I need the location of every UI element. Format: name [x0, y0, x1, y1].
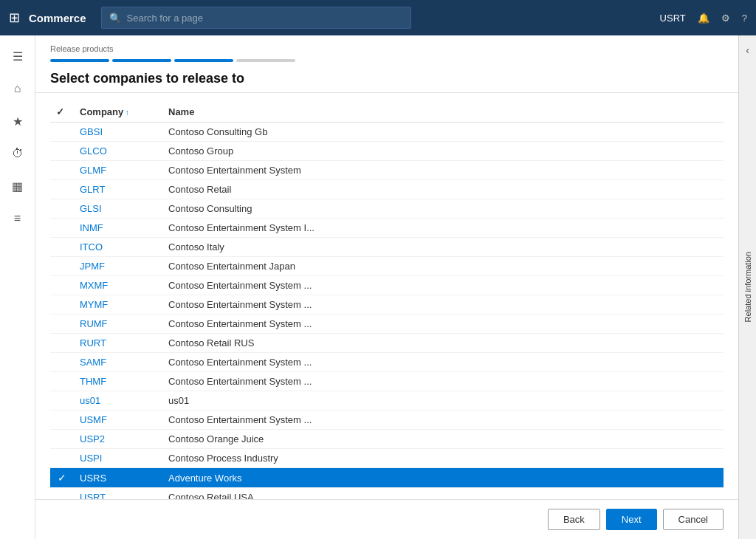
- sidebar-menu-icon[interactable]: ☰: [3, 41, 32, 71]
- main-layout: ☰ ⌂ ★ ⏱ ▦ ≡ Release products Select comp…: [0, 35, 756, 539]
- col-header-company[interactable]: Company: [74, 102, 162, 123]
- back-button[interactable]: Back: [548, 509, 600, 530]
- row-name-cell: Contoso Entertainment Japan: [162, 257, 724, 276]
- row-check-cell[interactable]: [50, 199, 74, 219]
- row-check-cell[interactable]: [50, 295, 74, 315]
- row-company-cell: INMF: [74, 219, 162, 238]
- content-area: Release products Select companies to rel…: [35, 35, 738, 539]
- row-check-cell[interactable]: [50, 276, 74, 295]
- row-company-cell: GLCO: [74, 142, 162, 161]
- table-row[interactable]: ITCOContoso Italy: [50, 238, 724, 257]
- page-header: Release products Select companies to rel…: [35, 35, 738, 93]
- table-row[interactable]: GLRTContoso Retail: [50, 180, 724, 199]
- col-header-name: Name: [162, 102, 724, 123]
- row-name-cell: Contoso Entertainment System ...: [162, 295, 724, 315]
- table-row[interactable]: us01us01: [50, 391, 724, 411]
- row-check-cell[interactable]: ✓: [50, 468, 74, 488]
- top-navigation: ⊞ Commerce 🔍 USRT 🔔 ⚙ ?: [0, 0, 756, 35]
- table-row[interactable]: RURTContoso Retail RUS: [50, 334, 724, 353]
- row-check-cell[interactable]: [50, 142, 74, 161]
- row-name-cell: Contoso Entertainment System ...: [162, 411, 724, 430]
- table-row[interactable]: USMFContoso Entertainment System ...: [50, 411, 724, 430]
- table-row[interactable]: GLCOContoso Group: [50, 142, 724, 161]
- row-name-cell: Adventure Works: [162, 468, 724, 488]
- table-row[interactable]: SAMFContoso Entertainment System ...: [50, 353, 724, 372]
- row-check-cell[interactable]: [50, 488, 74, 500]
- row-name-cell: Contoso Retail: [162, 180, 724, 199]
- breadcrumb: Release products: [50, 44, 724, 53]
- row-name-cell: Contoso Entertainment System ...: [162, 276, 724, 295]
- row-check-cell[interactable]: [50, 372, 74, 391]
- app-title: Commerce: [29, 12, 86, 24]
- panel-collapse-icon: ‹: [746, 44, 749, 56]
- row-company-cell: USP2: [74, 430, 162, 449]
- related-information-panel[interactable]: ‹ Related information: [738, 35, 756, 539]
- table-row[interactable]: ✓USRSAdventure Works: [50, 468, 724, 488]
- row-company-cell: GBSI: [74, 123, 162, 142]
- row-name-cell: Contoso Group: [162, 142, 724, 161]
- sidebar-favorites-icon[interactable]: ★: [3, 106, 32, 136]
- gear-icon[interactable]: ⚙: [721, 13, 730, 24]
- row-check-cell[interactable]: [50, 391, 74, 411]
- row-company-cell: USPI: [74, 449, 162, 468]
- table-row[interactable]: MXMFContoso Entertainment System ...: [50, 276, 724, 295]
- search-icon: 🔍: [109, 13, 121, 24]
- help-icon[interactable]: ?: [742, 13, 747, 24]
- table-row[interactable]: JPMFContoso Entertainment Japan: [50, 257, 724, 276]
- table-row[interactable]: RUMFContoso Entertainment System ...: [50, 315, 724, 334]
- progress-bar: [50, 59, 724, 62]
- bell-icon[interactable]: 🔔: [698, 13, 709, 24]
- row-name-cell: Contoso Entertainment System: [162, 161, 724, 180]
- row-company-cell: USRT: [74, 488, 162, 500]
- row-name-cell: Contoso Consulting Gb: [162, 123, 724, 142]
- cancel-button[interactable]: Cancel: [663, 509, 724, 530]
- sidebar-recent-icon[interactable]: ⏱: [3, 139, 32, 168]
- row-company-cell: GLSI: [74, 199, 162, 219]
- table-row[interactable]: USRTContoso Retail USA: [50, 488, 724, 500]
- row-check-cell[interactable]: [50, 315, 74, 334]
- row-company-cell: SAMF: [74, 353, 162, 372]
- sidebar-workspaces-icon[interactable]: ▦: [3, 171, 32, 201]
- row-company-cell: RURT: [74, 334, 162, 353]
- row-company-cell: us01: [74, 391, 162, 411]
- row-name-cell: Contoso Process Industry: [162, 449, 724, 468]
- table-row[interactable]: USP2Contoso Orange Juice: [50, 430, 724, 449]
- search-input[interactable]: [127, 13, 403, 24]
- row-name-cell: Contoso Entertainment System ...: [162, 372, 724, 391]
- page-title: Select companies to release to: [50, 71, 724, 86]
- row-name-cell: us01: [162, 391, 724, 411]
- row-check-cell[interactable]: [50, 353, 74, 372]
- row-check-cell[interactable]: [50, 161, 74, 180]
- sidebar-modules-icon[interactable]: ≡: [3, 204, 32, 233]
- table-row[interactable]: USPIContoso Process Industry: [50, 449, 724, 468]
- row-check-cell[interactable]: [50, 449, 74, 468]
- row-name-cell: Contoso Retail RUS: [162, 334, 724, 353]
- table-row[interactable]: GLMFContoso Entertainment System: [50, 161, 724, 180]
- table-row[interactable]: GBSIContoso Consulting Gb: [50, 123, 724, 142]
- row-check-cell[interactable]: [50, 257, 74, 276]
- row-check-cell[interactable]: [50, 411, 74, 430]
- sidebar-home-icon[interactable]: ⌂: [3, 74, 32, 103]
- table-row[interactable]: INMFContoso Entertainment System I...: [50, 219, 724, 238]
- footer: Back Next Cancel: [35, 499, 738, 539]
- next-button[interactable]: Next: [606, 509, 657, 530]
- col-header-check: ✓: [50, 102, 74, 123]
- row-company-cell: ITCO: [74, 238, 162, 257]
- row-company-cell: MYMF: [74, 295, 162, 315]
- row-check-cell[interactable]: [50, 180, 74, 199]
- table-row[interactable]: GLSIContoso Consulting: [50, 199, 724, 219]
- grid-menu-icon[interactable]: ⊞: [9, 10, 20, 26]
- row-check-cell[interactable]: [50, 334, 74, 353]
- row-company-cell: USMF: [74, 411, 162, 430]
- row-company-cell: JPMF: [74, 257, 162, 276]
- table-row[interactable]: MYMFContoso Entertainment System ...: [50, 295, 724, 315]
- search-box[interactable]: 🔍: [101, 7, 411, 29]
- row-check-cell[interactable]: [50, 123, 74, 142]
- row-company-cell: RUMF: [74, 315, 162, 334]
- table-row[interactable]: THMFContoso Entertainment System ...: [50, 372, 724, 391]
- row-check-cell[interactable]: [50, 238, 74, 257]
- row-name-cell: Contoso Entertainment System ...: [162, 315, 724, 334]
- progress-seg-3: [174, 59, 233, 62]
- row-check-cell[interactable]: [50, 430, 74, 449]
- row-check-cell[interactable]: [50, 219, 74, 238]
